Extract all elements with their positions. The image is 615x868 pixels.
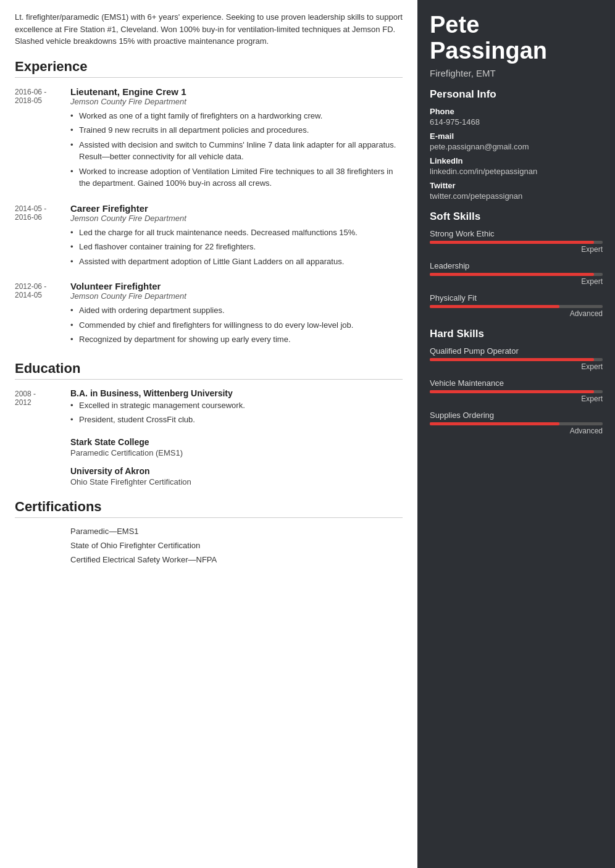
skill-bar-bg — [430, 305, 603, 308]
skill-name: Leadership — [430, 261, 603, 270]
skill-name: Supplies Ordering — [430, 411, 603, 420]
list-item: Assisted with decision and switch to Cum… — [70, 139, 403, 163]
skill-level: Expert — [430, 394, 603, 403]
exp-bullets: Led the charge for all truck maintenance… — [70, 227, 403, 268]
soft-skill-entry: Physically FitAdvanced — [430, 293, 603, 318]
list-item: Aided with ordering department supplies. — [70, 304, 403, 317]
skill-bar-bg — [430, 358, 603, 361]
phone-label: Phone — [430, 107, 603, 116]
list-item: Worked as one of a tight family of firef… — [70, 110, 403, 122]
education-entries: 2008 - 2012B.A. in Business, Wittenberg … — [15, 388, 403, 428]
first-name: Pete — [430, 12, 603, 38]
list-item: Assisted with department adoption of Lit… — [70, 256, 403, 268]
exp-details: Lieutenant, Engine Crew 1Jemson County F… — [70, 86, 403, 192]
list-item: Worked to increase adoption of Ventilati… — [70, 165, 403, 190]
edu-institution: University of Akron — [70, 466, 403, 476]
list-item: Commended by chief and firefighters for … — [70, 319, 403, 332]
soft-skills-list: Strong Work EthicExpertLeadershipExpertP… — [430, 229, 603, 318]
skill-name: Qualified Pump Operator — [430, 346, 603, 356]
skill-bar-fill — [430, 358, 594, 361]
certifications-title: Certifications — [15, 499, 403, 518]
skill-level: Expert — [430, 362, 603, 371]
cert-item: State of Ohio Firefighter Certification — [70, 541, 403, 550]
exp-entry: 2014-05 - 2016-06Career FirefighterJemso… — [15, 203, 403, 270]
skill-bar-bg — [430, 273, 603, 276]
exp-title: Lieutenant, Engine Crew 1 — [70, 86, 403, 97]
skill-bar-fill — [430, 273, 594, 276]
cert-item: Paramedic—EMS1 — [70, 527, 403, 536]
personal-info-title: Personal Info — [430, 88, 603, 101]
skill-bar-fill — [430, 241, 594, 244]
exp-company: Jemson County Fire Department — [70, 214, 403, 223]
exp-dates: 2012-06 - 2014-05 — [15, 281, 70, 348]
edu-dates: 2008 - 2012 — [15, 388, 70, 428]
exp-bullets: Aided with ordering department supplies.… — [70, 304, 403, 346]
skill-bar-bg — [430, 241, 603, 244]
skill-level: Advanced — [430, 309, 603, 318]
exp-details: Career FirefighterJemson County Fire Dep… — [70, 203, 403, 270]
cert-item: Certified Electrical Safety Worker—NFPA — [70, 555, 403, 564]
last-name: Passingan — [430, 38, 603, 64]
skill-level: Expert — [430, 245, 603, 254]
skill-bar-bg — [430, 390, 603, 393]
edu-no-dates-entry: University of AkronOhio State Firefighte… — [70, 466, 403, 486]
cert-list: Paramedic—EMS1State of Ohio Firefighter … — [70, 527, 403, 564]
experience-section: Experience 2016-06 - 2018-05Lieutenant, … — [15, 59, 403, 348]
soft-skill-entry: Strong Work EthicExpert — [430, 229, 603, 254]
education-section: Education 2008 - 2012B.A. in Business, W… — [15, 361, 403, 486]
exp-title: Volunteer Firefighter — [70, 281, 403, 291]
job-title: Firefighter, EMT — [430, 68, 603, 78]
exp-bullets: Worked as one of a tight family of firef… — [70, 110, 403, 190]
list-item: Led flashover container training for 22 … — [70, 241, 403, 253]
skill-bar-fill — [430, 305, 559, 308]
twitter-value: twitter.com/petepassignan — [430, 191, 603, 201]
edu-no-dates-entry: Stark State CollegeParamedic Certificati… — [70, 437, 403, 457]
linkedin-value: linkedin.com/in/petepassignan — [430, 167, 603, 176]
exp-dates: 2016-06 - 2018-05 — [15, 86, 70, 192]
phone-value: 614-975-1468 — [430, 117, 603, 127]
exp-details: Volunteer FirefighterJemson County Fire … — [70, 281, 403, 348]
personal-info-block: Phone 614-975-1468 E-mail pete.passignan… — [430, 107, 603, 201]
list-item: Excelled in strategic management coursew… — [70, 399, 403, 412]
certifications-section: Certifications Paramedic—EMS1State of Oh… — [15, 499, 403, 564]
left-column: Lt. firefighter/paramedic (EMS1) with 6+… — [0, 0, 417, 868]
twitter-label: Twitter — [430, 181, 603, 190]
email-label: E-mail — [430, 131, 603, 141]
skill-name: Vehicle Maintenance — [430, 378, 603, 388]
list-item: Led the charge for all truck maintenance… — [70, 227, 403, 239]
skill-name: Physically Fit — [430, 293, 603, 303]
hard-skill-entry: Supplies OrderingAdvanced — [430, 411, 603, 435]
skill-name: Strong Work Ethic — [430, 229, 603, 238]
exp-dates: 2014-05 - 2016-06 — [15, 203, 70, 270]
exp-company: Jemson County Fire Department — [70, 291, 403, 301]
linkedin-label: LinkedIn — [430, 156, 603, 165]
email-value: pete.passignan@gmail.com — [430, 142, 603, 151]
hard-skills-list: Qualified Pump OperatorExpertVehicle Mai… — [430, 346, 603, 435]
edu-details: B.A. in Business, Wittenberg UniversityE… — [70, 388, 403, 428]
experience-entries: 2016-06 - 2018-05Lieutenant, Engine Crew… — [15, 86, 403, 348]
skill-bar-bg — [430, 422, 603, 425]
exp-entry: 2016-06 - 2018-05Lieutenant, Engine Crew… — [15, 86, 403, 192]
hard-skill-entry: Qualified Pump OperatorExpert — [430, 346, 603, 371]
exp-company: Jemson County Fire Department — [70, 97, 403, 106]
edu-sub: Paramedic Certification (EMS1) — [70, 448, 403, 457]
right-column: Pete Passingan Firefighter, EMT Personal… — [417, 0, 615, 868]
hard-skill-entry: Vehicle MaintenanceExpert — [430, 378, 603, 403]
education-title: Education — [15, 361, 403, 380]
summary-text: Lt. firefighter/paramedic (EMS1) with 6+… — [15, 11, 403, 48]
skill-bar-fill — [430, 390, 594, 393]
edu-entry: 2008 - 2012B.A. in Business, Wittenberg … — [15, 388, 403, 428]
experience-title: Experience — [15, 59, 403, 78]
list-item: Recognized by department for showing up … — [70, 333, 403, 346]
edu-title: B.A. in Business, Wittenberg University — [70, 388, 403, 398]
name-section: Pete Passingan Firefighter, EMT — [430, 12, 603, 78]
hard-skills-title: Hard Skills — [430, 328, 603, 340]
skill-bar-fill — [430, 422, 559, 425]
soft-skill-entry: LeadershipExpert — [430, 261, 603, 286]
skill-level: Expert — [430, 277, 603, 286]
exp-entry: 2012-06 - 2014-05Volunteer FirefighterJe… — [15, 281, 403, 348]
education-no-dates: Stark State CollegeParamedic Certificati… — [15, 437, 403, 486]
edu-sub: Ohio State Firefighter Certification — [70, 477, 403, 486]
list-item: President, student CrossFit club. — [70, 414, 403, 426]
edu-bullets: Excelled in strategic management coursew… — [70, 399, 403, 426]
